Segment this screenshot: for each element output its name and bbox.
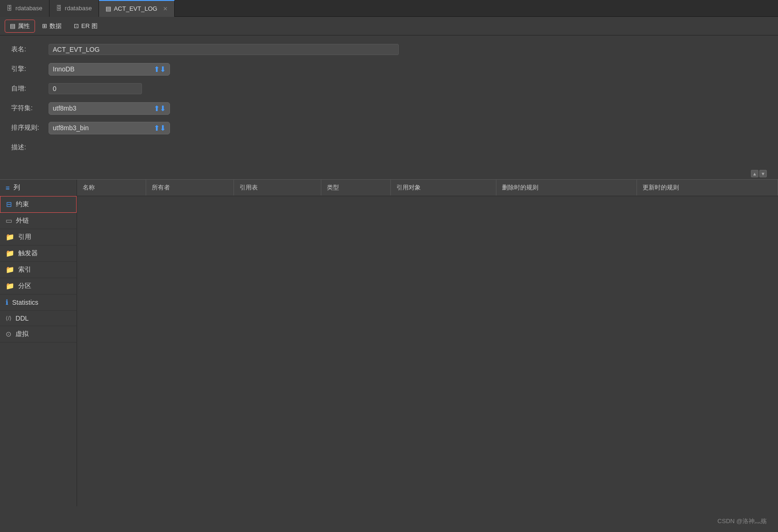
foreign-keys-label: 外链 — [16, 217, 29, 225]
form-row-tablename: 表名: — [11, 43, 767, 56]
auto-increment-input[interactable] — [49, 83, 142, 94]
form-area: 表名: 引擎: InnoDB ⬆⬇ 自增: 字符集: utf8mb3 ⬆⬇ 排序… — [0, 35, 778, 168]
properties-label: 属性 — [18, 22, 30, 30]
col-header-del-rule: 删除时的规则 — [496, 180, 637, 196]
form-row-collation: 排序规则: utf8mb3_bin ⬆⬇ — [11, 121, 767, 134]
auto-increment-label: 自增: — [11, 84, 49, 93]
charset-select-arrow: ⬆⬇ — [154, 104, 166, 113]
sidebar: ≡ 列 ⊟ 约束 ▭ 外链 📁 引用 📁 触发器 📁 索引 📁 分区 ℹ — [0, 180, 77, 506]
divider-row: ▲ ▼ — [0, 168, 778, 180]
form-row-autoincrement: 自增: — [11, 82, 767, 95]
sidebar-item-ddl[interactable]: ⟨/⟩ DDL — [0, 311, 77, 326]
col-header-owner: 所有者 — [146, 180, 233, 196]
columns-label: 列 — [14, 183, 20, 192]
col-header-ref-table: 引用表 — [233, 180, 321, 196]
triggers-icon: 📁 — [6, 249, 14, 258]
col-header-ref-obj: 引用对象 — [391, 180, 496, 196]
toolbar: ▤ 属性 ⊞ 数据 ⊡ ER 图 — [0, 17, 778, 35]
toolbar-er-btn[interactable]: ⊡ ER 图 — [69, 20, 103, 33]
triggers-label: 触发器 — [18, 249, 38, 258]
tab-rdatabase-1[interactable]: 🗄 rdatabase — [0, 0, 50, 17]
sidebar-item-indexes[interactable]: 📁 索引 — [0, 262, 77, 278]
constraints-table: 名称 所有者 引用表 类型 引用对象 删除时的规则 更新时的规则 — [77, 180, 778, 196]
columns-icon: ≡ — [6, 184, 10, 192]
charset-label: 字符集: — [11, 104, 49, 112]
watermark-text: CSDN @洛神灬殇 — [717, 518, 767, 525]
col-header-name: 名称 — [77, 180, 146, 196]
description-label: 描述: — [11, 143, 49, 152]
scroll-arrows: ▲ ▼ — [751, 170, 767, 177]
form-row-description: 描述: — [11, 141, 767, 154]
collation-select[interactable]: utf8mb3_bin ⬆⬇ — [49, 122, 170, 134]
references-icon: 📁 — [6, 233, 14, 241]
watermark: CSDN @洛神灬殇 — [717, 517, 767, 525]
form-row-engine: 引擎: InnoDB ⬆⬇ — [11, 63, 767, 76]
foreign-keys-icon: ▭ — [6, 217, 12, 225]
tab-label-2: rdatabase — [65, 5, 92, 12]
tab-db-icon-2: 🗄 — [56, 5, 62, 12]
properties-icon: ▤ — [10, 22, 15, 29]
charset-select[interactable]: utf8mb3 ⬆⬇ — [49, 102, 170, 115]
data-label: 数据 — [50, 22, 62, 30]
col-header-type: 类型 — [321, 180, 391, 196]
tab-db-icon-1: 🗄 — [7, 5, 13, 12]
ddl-label: DDL — [15, 315, 28, 322]
sidebar-item-columns[interactable]: ≡ 列 — [0, 180, 77, 196]
tab-rdatabase-2[interactable]: 🗄 rdatabase — [50, 0, 99, 17]
col-header-upd-rule: 更新时的规则 — [637, 180, 778, 196]
references-label: 引用 — [18, 233, 31, 241]
tab-label-3: ACT_EVT_LOG — [114, 5, 157, 12]
sidebar-item-references[interactable]: 📁 引用 — [0, 229, 77, 245]
engine-select-arrow: ⬆⬇ — [154, 65, 166, 74]
indexes-label: 索引 — [18, 266, 31, 274]
scroll-down-btn[interactable]: ▼ — [759, 170, 767, 177]
collation-value: utf8mb3_bin — [53, 124, 89, 132]
virtual-icon: ⊙ — [6, 330, 12, 338]
sidebar-item-foreign-keys[interactable]: ▭ 外链 — [0, 213, 77, 229]
form-row-charset: 字符集: utf8mb3 ⬆⬇ — [11, 102, 767, 115]
table-name-input[interactable] — [49, 44, 399, 55]
statistics-label: Statistics — [12, 299, 38, 306]
scroll-up-btn[interactable]: ▲ — [751, 170, 758, 177]
tab-bar: 🗄 rdatabase 🗄 rdatabase ▤ ACT_EVT_LOG ✕ — [0, 0, 778, 17]
tab-table-icon: ▤ — [106, 5, 111, 12]
partitions-icon: 📁 — [6, 282, 14, 290]
sidebar-item-statistics[interactable]: ℹ Statistics — [0, 294, 77, 311]
sidebar-item-triggers[interactable]: 📁 触发器 — [0, 245, 77, 262]
data-icon: ⊞ — [42, 22, 47, 29]
partitions-label: 分区 — [18, 282, 31, 290]
indexes-icon: 📁 — [6, 266, 14, 274]
er-label: ER 图 — [81, 22, 98, 30]
split-layout: ≡ 列 ⊟ 约束 ▭ 外链 📁 引用 📁 触发器 📁 索引 📁 分区 ℹ — [0, 180, 778, 506]
engine-select[interactable]: InnoDB ⬆⬇ — [49, 63, 170, 76]
table-header-row: 名称 所有者 引用表 类型 引用对象 删除时的规则 更新时的规则 — [77, 180, 778, 196]
sidebar-item-virtual[interactable]: ⊙ 虚拟 — [0, 326, 77, 343]
sidebar-item-partitions[interactable]: 📁 分区 — [0, 278, 77, 294]
table-name-label: 表名: — [11, 45, 49, 54]
charset-value: utf8mb3 — [53, 105, 77, 112]
toolbar-properties-btn[interactable]: ▤ 属性 — [5, 20, 35, 33]
ddl-icon: ⟨/⟩ — [6, 315, 12, 322]
collation-select-arrow: ⬆⬇ — [154, 124, 166, 133]
table-area: 名称 所有者 引用表 类型 引用对象 删除时的规则 更新时的规则 — [77, 180, 778, 506]
constraints-icon: ⊟ — [6, 200, 12, 209]
tab-label-1: rdatabase — [15, 5, 42, 12]
engine-value: InnoDB — [53, 65, 75, 73]
collation-label: 排序规则: — [11, 124, 49, 132]
engine-label: 引擎: — [11, 65, 49, 73]
tab-act-evt-log[interactable]: ▤ ACT_EVT_LOG ✕ — [99, 0, 175, 17]
constraints-label: 约束 — [16, 200, 29, 209]
virtual-label: 虚拟 — [15, 330, 28, 338]
toolbar-data-btn[interactable]: ⊞ 数据 — [37, 20, 67, 33]
statistics-icon: ℹ — [6, 298, 8, 307]
tab-close-btn[interactable]: ✕ — [163, 6, 168, 12]
er-icon: ⊡ — [74, 22, 79, 29]
sidebar-item-constraints[interactable]: ⊟ 约束 — [0, 196, 77, 213]
